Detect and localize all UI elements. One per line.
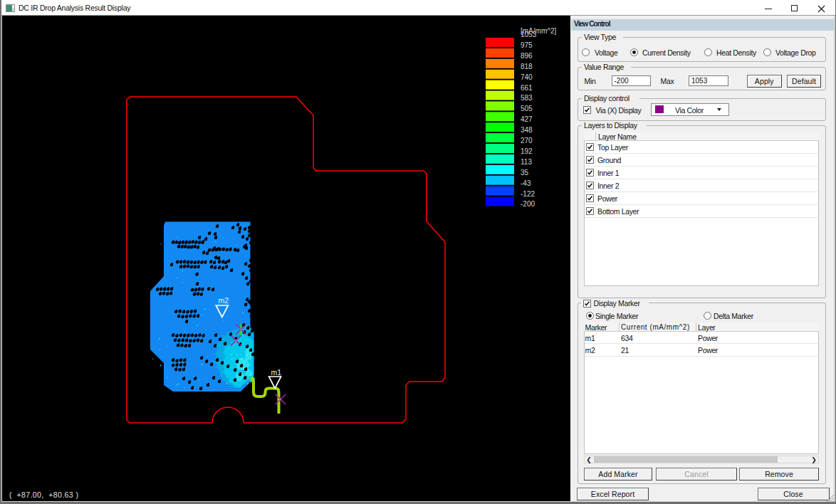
svg-text:740: 740: [521, 73, 533, 81]
svg-text:192: 192: [521, 147, 533, 155]
svg-text:348: 348: [521, 126, 533, 134]
svg-text:m1: m1: [271, 368, 282, 377]
svg-text:35: 35: [521, 169, 529, 177]
svg-text:896: 896: [521, 52, 533, 60]
svg-text:270: 270: [521, 137, 533, 145]
svg-text:( +87.00, +80.63 ): ( +87.00, +80.63 ): [9, 490, 78, 499]
svg-text:661: 661: [521, 84, 533, 92]
svg-text:-200: -200: [521, 200, 535, 208]
svg-text:975: 975: [521, 41, 533, 49]
svg-text:583: 583: [521, 94, 533, 102]
svg-text:818: 818: [521, 63, 533, 70]
svg-text:-122: -122: [521, 190, 535, 198]
svg-text:1053: 1053: [521, 31, 537, 38]
svg-text:505: 505: [521, 105, 533, 112]
svg-text:113: 113: [521, 158, 532, 166]
svg-text:-43: -43: [521, 179, 531, 187]
svg-text:427: 427: [521, 115, 533, 123]
svg-text:m2: m2: [219, 296, 229, 305]
